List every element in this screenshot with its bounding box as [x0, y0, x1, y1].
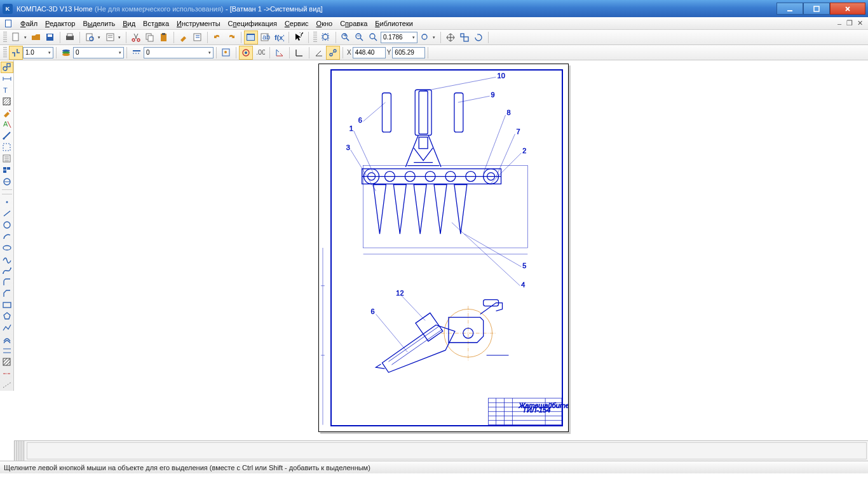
paste-props-button[interactable] [191, 30, 205, 44]
angle-lock-button[interactable] [312, 46, 326, 60]
measure-panel-button[interactable] [1, 130, 13, 142]
ortho-toggle-button[interactable] [292, 46, 306, 60]
paste-button[interactable] [157, 30, 171, 44]
preview-button[interactable] [83, 30, 103, 44]
svg-text:2: 2 [522, 147, 526, 154]
menu-tools[interactable]: Инструменты [173, 18, 224, 29]
doc-control-icon[interactable] [4, 18, 14, 29]
menu-insert[interactable]: Вставка [139, 18, 173, 29]
redo-button[interactable] [224, 30, 238, 44]
symbols-panel-button[interactable] [1, 176, 13, 187]
coord-y-input[interactable] [392, 47, 425, 58]
variables-button[interactable]: ab [258, 30, 272, 44]
maximize-button[interactable] [803, 3, 830, 15]
svg-rect-85 [454, 93, 463, 132]
line-tool[interactable] [1, 208, 13, 219]
spline-tool[interactable] [1, 254, 13, 265]
redraw-button[interactable] [471, 30, 485, 44]
work-area[interactable]: 10 9 8 7 2 5 4 6 1 3 [14, 60, 868, 461]
panel-grip[interactable] [14, 441, 25, 461]
drawing-sheet[interactable]: 10 9 8 7 2 5 4 6 1 3 [318, 64, 569, 432]
chamfer-tool[interactable] [1, 288, 13, 299]
print-button[interactable] [63, 30, 77, 44]
layer-button[interactable] [59, 46, 73, 60]
equidistant-tool[interactable] [1, 345, 13, 356]
zoom-fit-button[interactable] [319, 30, 333, 44]
cut-button[interactable] [129, 30, 143, 44]
point-tool[interactable] [1, 196, 13, 208]
text-panel-button[interactable]: T [1, 85, 13, 96]
zoom-window-button[interactable] [367, 30, 381, 44]
arc-tool[interactable] [1, 231, 13, 242]
bezier-tool[interactable] [1, 265, 13, 276]
toolbar-grip[interactable] [3, 47, 7, 58]
dim-panel-button[interactable] [1, 73, 13, 85]
undo-button[interactable] [210, 30, 224, 44]
save-button[interactable] [43, 30, 57, 44]
coord-local-button[interactable] [273, 46, 287, 60]
copy-button[interactable] [143, 30, 157, 44]
close-button[interactable] [830, 3, 865, 15]
global-snap-button[interactable] [326, 46, 340, 60]
polygon-tool[interactable] [1, 311, 13, 322]
svg-text:T: T [3, 86, 8, 94]
menu-file[interactable]: ФФайлайл [17, 18, 41, 29]
coord-x-input[interactable] [353, 47, 386, 58]
views-panel-button[interactable] [1, 165, 13, 176]
geom-panel-button[interactable] [1, 62, 13, 73]
toolbar-grip[interactable] [3, 32, 7, 43]
manager-button[interactable] [244, 30, 258, 44]
hatch-tool[interactable] [1, 356, 13, 368]
menu-editor[interactable]: Редактор [41, 18, 79, 29]
linestyle-combo[interactable]: 0 [144, 47, 214, 58]
fillet-tool[interactable] [1, 276, 13, 288]
menu-select[interactable]: Выделить [79, 18, 119, 29]
toolbar-grip[interactable] [313, 32, 317, 43]
doc-minimize[interactable]: – [835, 19, 844, 28]
snap-settings-button[interactable] [219, 46, 233, 60]
help-cursor-button[interactable]: ? [292, 30, 306, 44]
menu-help[interactable]: Справка [336, 18, 371, 29]
ellipse-tool[interactable] [1, 242, 13, 254]
zoom-prev-button[interactable] [417, 30, 438, 44]
svg-line-109 [465, 234, 522, 267]
scale-combo[interactable]: 1.0 [23, 47, 53, 58]
open-button[interactable] [29, 30, 43, 44]
edit-panel-button[interactable] [1, 107, 13, 119]
snap-button[interactable] [9, 46, 23, 60]
fx-button[interactable]: f(x) [272, 30, 286, 44]
zoom-in-button[interactable]: + [339, 30, 353, 44]
zoom-dynamic-button[interactable] [458, 30, 471, 44]
zoom-combo[interactable]: 0.1786 [381, 32, 417, 43]
doc-restore[interactable]: ❐ [845, 19, 854, 28]
param-panel-button[interactable]: A [1, 119, 13, 130]
menu-view[interactable]: Вид [119, 18, 139, 29]
new-button[interactable] [9, 30, 29, 44]
linestyle-button[interactable] [130, 46, 144, 60]
doc-close[interactable]: ✕ [855, 19, 864, 28]
select-panel-button[interactable] [1, 142, 13, 153]
hatch-panel-button[interactable] [1, 96, 13, 107]
zoom-out-button[interactable]: – [353, 30, 367, 44]
menu-libs[interactable]: Библиотеки [371, 18, 417, 29]
layer-combo[interactable]: 0 [73, 47, 124, 58]
svg-text:12: 12 [396, 289, 403, 297]
svg-rect-39 [464, 37, 468, 41]
rect-tool[interactable] [1, 299, 13, 311]
pan-button[interactable] [444, 30, 458, 44]
menu-window[interactable]: Окно [313, 18, 337, 29]
menu-spec[interactable]: Спецификация [224, 18, 281, 29]
axis-tool[interactable] [1, 368, 13, 379]
toolbar-status: 1.0 0 0 .00 X Y [0, 45, 868, 60]
polyline-tool[interactable] [1, 322, 13, 334]
menu-service[interactable]: Сервис [281, 18, 313, 29]
copy-props-button[interactable] [177, 30, 191, 44]
circle-tool[interactable] [1, 219, 13, 231]
minimize-button[interactable] [776, 3, 803, 15]
ortho-button[interactable] [239, 46, 253, 60]
properties-button[interactable] [103, 30, 123, 44]
round-button[interactable]: .00 [253, 46, 267, 60]
spec-panel-button[interactable] [1, 153, 13, 165]
offset-tool[interactable] [1, 334, 13, 345]
aux-tool[interactable] [1, 379, 13, 391]
